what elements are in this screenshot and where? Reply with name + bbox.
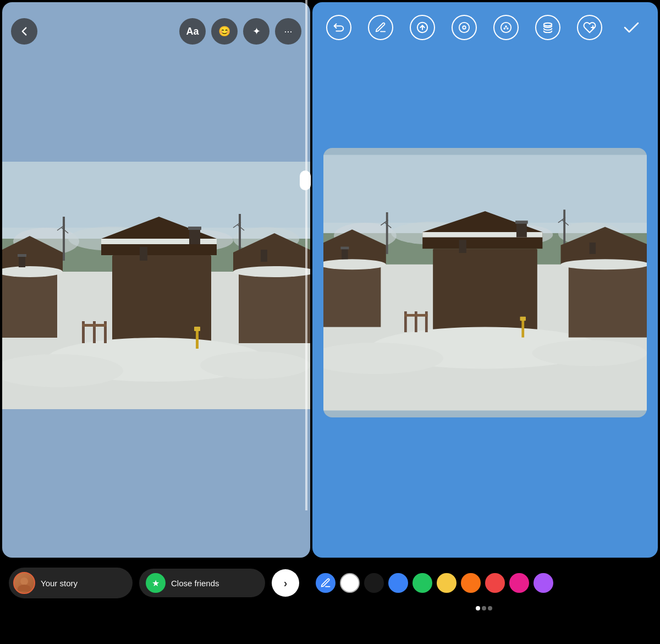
svg-rect-68 — [323, 265, 381, 327]
left-panel: Aa 😊 ✦ ··· — [2, 2, 310, 558]
forward-icon: › — [284, 577, 288, 590]
svg-rect-22 — [19, 255, 25, 267]
snow-image-right — [323, 148, 647, 417]
bottom-bar: Your story ★ Close friends › — [0, 560, 660, 644]
snow-scene-right-svg — [323, 148, 647, 417]
svg-point-46 — [544, 23, 552, 26]
svg-rect-56 — [386, 212, 388, 254]
close-friends-label: Close friends — [171, 579, 219, 588]
more-button[interactable]: ··· — [275, 18, 301, 45]
forward-button[interactable]: › — [272, 569, 299, 597]
undo-button[interactable] — [326, 15, 351, 40]
effects-button[interactable]: ✦ — [243, 18, 270, 45]
svg-rect-73 — [459, 240, 466, 253]
color-white[interactable] — [340, 573, 360, 593]
svg-point-88 — [18, 585, 31, 591]
svg-rect-23 — [18, 254, 26, 257]
sticker-button[interactable]: 😊 — [211, 18, 238, 45]
svg-rect-85 — [521, 319, 524, 337]
your-story-label: Your story — [41, 579, 78, 588]
page-dot-1 — [476, 606, 480, 610]
avatar — [13, 572, 35, 594]
svg-point-27 — [200, 351, 310, 379]
svg-rect-35 — [82, 324, 107, 327]
pen-button[interactable] — [368, 15, 393, 40]
color-pink[interactable] — [509, 573, 529, 593]
svg-rect-84 — [404, 314, 428, 317]
svg-point-79 — [561, 259, 647, 269]
svg-rect-31 — [261, 250, 267, 262]
text-icon: Aa — [186, 26, 199, 37]
color-red[interactable] — [485, 573, 505, 593]
heart-plus-button[interactable] — [577, 15, 602, 40]
svg-point-44 — [504, 27, 505, 29]
svg-rect-17 — [189, 228, 200, 244]
color-orange[interactable] — [461, 573, 481, 593]
color-black[interactable] — [364, 573, 384, 593]
svg-rect-86 — [520, 317, 526, 321]
svg-rect-36 — [196, 329, 199, 349]
svg-rect-80 — [590, 243, 596, 254]
right-top-bar — [312, 2, 658, 43]
main-area: Aa 😊 ✦ ··· — [0, 0, 660, 560]
page-dot-2 — [482, 606, 486, 610]
svg-rect-28 — [239, 272, 310, 343]
svg-rect-37 — [194, 327, 200, 331]
done-button[interactable] — [619, 15, 644, 40]
snow-image-left — [2, 162, 310, 409]
eraser-button[interactable] — [452, 15, 477, 40]
svg-rect-67 — [515, 221, 528, 224]
svg-point-45 — [507, 27, 508, 29]
svg-point-43 — [505, 26, 507, 27]
close-friends-button[interactable]: ★ Close friends — [139, 569, 265, 597]
upload-button[interactable] — [410, 15, 435, 40]
svg-point-40 — [459, 22, 469, 32]
layers-button[interactable] — [535, 15, 560, 40]
back-button[interactable] — [11, 18, 37, 45]
svg-rect-77 — [569, 265, 647, 338]
svg-point-41 — [463, 26, 466, 29]
svg-rect-18 — [188, 227, 201, 230]
page-dot-3 — [488, 606, 492, 610]
close-friends-icon: ★ — [146, 573, 166, 593]
snow-scene-left-svg — [2, 162, 310, 409]
right-panel — [312, 2, 658, 558]
svg-rect-19 — [2, 272, 57, 338]
svg-rect-7 — [63, 217, 65, 261]
active-pen-color[interactable] — [316, 573, 336, 593]
text-button[interactable]: Aa — [179, 18, 206, 45]
svg-rect-71 — [342, 247, 348, 259]
ellipsis-icon: ··· — [284, 26, 292, 37]
color-yellow[interactable] — [437, 573, 457, 593]
svg-rect-24 — [140, 247, 147, 261]
svg-rect-66 — [516, 222, 527, 237]
svg-point-87 — [20, 577, 28, 585]
svg-point-76 — [532, 340, 647, 366]
top-toolbar-right: Aa 😊 ✦ ··· — [179, 18, 301, 45]
color-purple[interactable] — [534, 573, 553, 593]
compare-divider[interactable] — [305, 0, 307, 510]
svg-rect-72 — [340, 247, 349, 250]
color-blue[interactable] — [388, 573, 408, 593]
bottom-left-section: Your story ★ Close friends › — [0, 560, 308, 606]
sticker-icon: 😊 — [218, 25, 230, 37]
color-green[interactable] — [413, 573, 432, 593]
palette-button[interactable] — [493, 15, 519, 40]
divider-handle[interactable] — [300, 170, 311, 190]
color-palette-area — [308, 568, 660, 598]
left-top-bar: Aa 😊 ✦ ··· — [2, 2, 310, 52]
pagination-dots — [308, 606, 660, 615]
your-story-button[interactable]: Your story — [9, 568, 133, 598]
sparkle-icon: ✦ — [252, 25, 261, 37]
